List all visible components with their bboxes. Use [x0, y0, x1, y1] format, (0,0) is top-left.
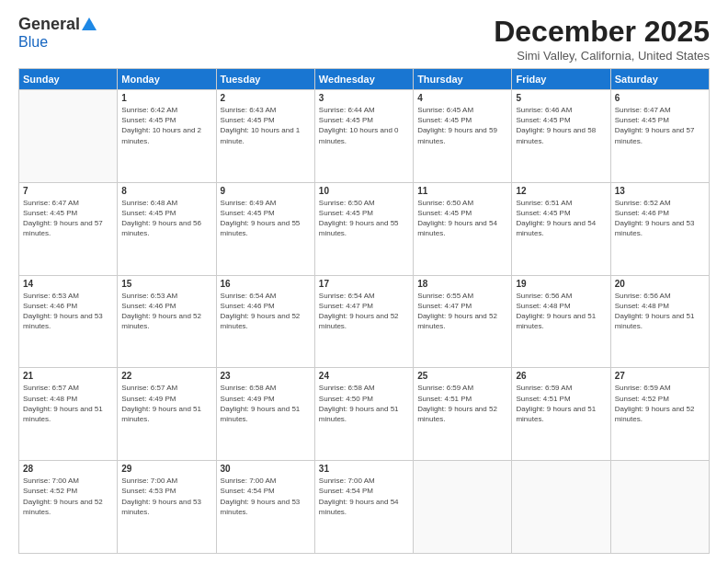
calendar-cell: 23Sunrise: 6:58 AMSunset: 4:49 PMDayligh… — [216, 368, 314, 461]
day-number: 16 — [221, 279, 311, 289]
day-number: 10 — [319, 186, 409, 196]
calendar-cell: 2Sunrise: 6:43 AMSunset: 4:45 PMDaylight… — [216, 90, 314, 183]
day-number: 6 — [615, 93, 705, 103]
calendar-cell: 3Sunrise: 6:44 AMSunset: 4:45 PMDaylight… — [314, 90, 413, 183]
day-info: Sunrise: 6:58 AMSunset: 4:50 PMDaylight:… — [319, 383, 409, 424]
day-number: 7 — [23, 186, 113, 196]
page: General Blue December 2025 Simi Valley, … — [0, 0, 728, 563]
day-info: Sunrise: 6:42 AMSunset: 4:45 PMDaylight:… — [121, 105, 211, 146]
calendar-cell: 25Sunrise: 6:59 AMSunset: 4:51 PMDayligh… — [414, 368, 512, 461]
day-info: Sunrise: 6:47 AMSunset: 4:45 PMDaylight:… — [615, 105, 705, 146]
day-number: 12 — [516, 186, 606, 196]
calendar-cell: 15Sunrise: 6:53 AMSunset: 4:46 PMDayligh… — [118, 275, 216, 368]
weekday-header: Monday — [118, 69, 216, 90]
calendar-cell: 1Sunrise: 6:42 AMSunset: 4:45 PMDaylight… — [118, 90, 216, 183]
calendar-cell — [19, 90, 118, 183]
day-number: 11 — [417, 186, 507, 196]
calendar-cell: 19Sunrise: 6:56 AMSunset: 4:48 PMDayligh… — [512, 275, 610, 368]
day-number: 23 — [221, 371, 311, 381]
subtitle: Simi Valley, California, United States — [494, 49, 710, 63]
day-info: Sunrise: 6:46 AMSunset: 4:45 PMDaylight:… — [516, 105, 606, 146]
calendar-cell: 21Sunrise: 6:57 AMSunset: 4:48 PMDayligh… — [19, 368, 118, 461]
main-title: December 2025 — [494, 15, 710, 49]
day-number: 4 — [417, 93, 507, 103]
day-info: Sunrise: 6:54 AMSunset: 4:46 PMDaylight:… — [221, 291, 311, 332]
calendar-cell: 29Sunrise: 7:00 AMSunset: 4:53 PMDayligh… — [118, 461, 216, 554]
day-info: Sunrise: 6:57 AMSunset: 4:48 PMDaylight:… — [23, 383, 113, 424]
day-info: Sunrise: 6:58 AMSunset: 4:49 PMDaylight:… — [221, 383, 311, 424]
logo-text: General — [18, 15, 97, 34]
day-number: 13 — [615, 186, 705, 196]
day-number: 5 — [516, 93, 606, 103]
calendar-cell: 7Sunrise: 6:47 AMSunset: 4:45 PMDaylight… — [19, 182, 118, 275]
day-info: Sunrise: 6:53 AMSunset: 4:46 PMDaylight:… — [23, 291, 113, 332]
weekday-header: Thursday — [414, 69, 512, 90]
calendar-cell: 13Sunrise: 6:52 AMSunset: 4:46 PMDayligh… — [610, 182, 709, 275]
weekday-header: Friday — [512, 69, 610, 90]
logo: General Blue — [18, 15, 97, 51]
day-number: 3 — [319, 93, 409, 103]
day-info: Sunrise: 6:59 AMSunset: 4:51 PMDaylight:… — [516, 383, 606, 424]
day-number: 2 — [221, 93, 311, 103]
day-info: Sunrise: 6:45 AMSunset: 4:45 PMDaylight:… — [417, 105, 507, 146]
calendar-cell — [610, 461, 709, 554]
day-info: Sunrise: 6:50 AMSunset: 4:45 PMDaylight:… — [319, 198, 409, 239]
day-number: 31 — [319, 464, 409, 474]
weekday-header: Sunday — [19, 69, 118, 90]
day-number: 15 — [121, 279, 211, 289]
day-info: Sunrise: 6:59 AMSunset: 4:52 PMDaylight:… — [615, 383, 705, 424]
day-info: Sunrise: 6:55 AMSunset: 4:47 PMDaylight:… — [417, 291, 507, 332]
day-number: 22 — [121, 371, 211, 381]
header: General Blue December 2025 Simi Valley, … — [18, 15, 710, 63]
day-number: 17 — [319, 279, 409, 289]
calendar-cell: 18Sunrise: 6:55 AMSunset: 4:47 PMDayligh… — [414, 275, 512, 368]
day-info: Sunrise: 6:47 AMSunset: 4:45 PMDaylight:… — [23, 198, 113, 239]
day-info: Sunrise: 6:44 AMSunset: 4:45 PMDaylight:… — [319, 105, 409, 146]
logo-icon — [82, 17, 97, 30]
day-info: Sunrise: 6:50 AMSunset: 4:45 PMDaylight:… — [417, 198, 507, 239]
calendar-cell: 5Sunrise: 6:46 AMSunset: 4:45 PMDaylight… — [512, 90, 610, 183]
calendar-cell — [414, 461, 512, 554]
weekday-header: Wednesday — [314, 69, 413, 90]
day-number: 29 — [121, 464, 211, 474]
day-number: 19 — [516, 279, 606, 289]
calendar-cell: 30Sunrise: 7:00 AMSunset: 4:54 PMDayligh… — [216, 461, 314, 554]
calendar-cell: 6Sunrise: 6:47 AMSunset: 4:45 PMDaylight… — [610, 90, 709, 183]
calendar-cell: 4Sunrise: 6:45 AMSunset: 4:45 PMDaylight… — [414, 90, 512, 183]
day-info: Sunrise: 6:57 AMSunset: 4:49 PMDaylight:… — [121, 383, 211, 424]
day-info: Sunrise: 6:54 AMSunset: 4:47 PMDaylight:… — [319, 291, 409, 332]
day-number: 30 — [221, 464, 311, 474]
day-info: Sunrise: 7:00 AMSunset: 4:53 PMDaylight:… — [121, 476, 211, 517]
day-number: 25 — [417, 371, 507, 381]
day-number: 14 — [23, 279, 113, 289]
logo-general: General — [18, 15, 80, 34]
calendar-cell — [512, 461, 610, 554]
calendar-cell: 24Sunrise: 6:58 AMSunset: 4:50 PMDayligh… — [314, 368, 413, 461]
calendar-cell: 20Sunrise: 6:56 AMSunset: 4:48 PMDayligh… — [610, 275, 709, 368]
day-number: 1 — [121, 93, 211, 103]
day-info: Sunrise: 6:56 AMSunset: 4:48 PMDaylight:… — [615, 291, 705, 332]
day-info: Sunrise: 7:00 AMSunset: 4:54 PMDaylight:… — [319, 476, 409, 517]
calendar-cell: 9Sunrise: 6:49 AMSunset: 4:45 PMDaylight… — [216, 182, 314, 275]
day-number: 28 — [23, 464, 113, 474]
day-number: 9 — [221, 186, 311, 196]
calendar-cell: 8Sunrise: 6:48 AMSunset: 4:45 PMDaylight… — [118, 182, 216, 275]
day-info: Sunrise: 6:52 AMSunset: 4:46 PMDaylight:… — [615, 198, 705, 239]
day-info: Sunrise: 7:00 AMSunset: 4:52 PMDaylight:… — [23, 476, 113, 517]
day-info: Sunrise: 6:53 AMSunset: 4:46 PMDaylight:… — [121, 291, 211, 332]
day-info: Sunrise: 6:51 AMSunset: 4:45 PMDaylight:… — [516, 198, 606, 239]
day-number: 27 — [615, 371, 705, 381]
calendar-cell: 22Sunrise: 6:57 AMSunset: 4:49 PMDayligh… — [118, 368, 216, 461]
calendar-cell: 14Sunrise: 6:53 AMSunset: 4:46 PMDayligh… — [19, 275, 118, 368]
logo-blue: Blue — [18, 34, 48, 51]
day-number: 8 — [121, 186, 211, 196]
day-info: Sunrise: 6:59 AMSunset: 4:51 PMDaylight:… — [417, 383, 507, 424]
weekday-header: Saturday — [610, 69, 709, 90]
calendar-cell: 12Sunrise: 6:51 AMSunset: 4:45 PMDayligh… — [512, 182, 610, 275]
day-number: 20 — [615, 279, 705, 289]
day-info: Sunrise: 6:49 AMSunset: 4:45 PMDaylight:… — [221, 198, 311, 239]
calendar-cell: 27Sunrise: 6:59 AMSunset: 4:52 PMDayligh… — [610, 368, 709, 461]
day-number: 18 — [417, 279, 507, 289]
title-block: December 2025 Simi Valley, California, U… — [494, 15, 710, 63]
day-number: 24 — [319, 371, 409, 381]
